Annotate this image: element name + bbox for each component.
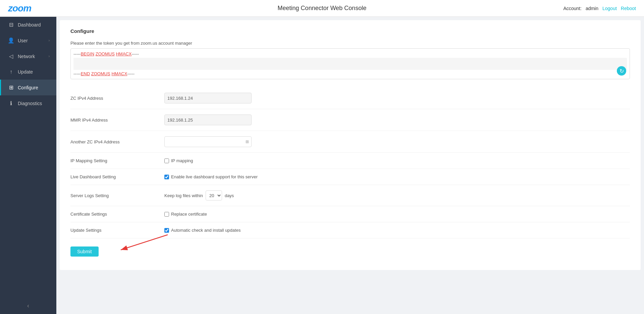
submit-button[interactable]: Submit xyxy=(70,246,99,257)
update-settings-checkbox-label[interactable]: Automatic check and install updates xyxy=(164,228,240,233)
another-zc-ipv4-row: Another ZC IPv4 Address ⊞ xyxy=(70,131,630,153)
sidebar-label-network: Network xyxy=(18,54,45,59)
mmr-ipv4-input[interactable] xyxy=(164,115,252,125)
server-logs-suffix: days xyxy=(225,193,234,198)
live-dashboard-checkbox[interactable] xyxy=(164,175,169,179)
configure-icon: ⊞ xyxy=(8,84,14,91)
ip-mapping-checkbox[interactable] xyxy=(164,159,169,163)
ip-mapping-checkbox-text: IP mapping xyxy=(171,158,193,163)
token-middle-area xyxy=(73,58,627,70)
another-zc-ipv4-value: ⊞ xyxy=(164,136,630,147)
page-title: Meeting Connector Web Console xyxy=(278,5,367,12)
update-settings-value: Automatic check and install updates xyxy=(164,228,630,233)
zc-ipv4-row: ZC IPv4 Address xyxy=(70,87,630,109)
sidebar-item-dashboard[interactable]: ⊟ Dashboard xyxy=(0,17,56,33)
mmr-ipv4-label: MMR IPv4 Address xyxy=(70,118,164,123)
certificate-checkbox-text: Replace certificate xyxy=(171,212,207,217)
reboot-link[interactable]: Reboot xyxy=(621,6,636,11)
server-logs-prefix: Keep log files within xyxy=(164,193,203,198)
another-zc-input-wrapper: ⊞ xyxy=(164,136,252,147)
sidebar-label-diagnostics: Diagnostics xyxy=(18,101,50,106)
sidebar-label-user: User xyxy=(18,38,45,43)
sidebar-item-diagnostics[interactable]: ℹ Diagnostics xyxy=(0,95,56,111)
layout: ⊟ Dashboard 👤 User › ◁ Network › ↑ Updat… xyxy=(0,17,644,314)
zc-ipv4-label: ZC IPv4 Address xyxy=(70,96,164,101)
certificate-label: Certificate Settings xyxy=(70,212,164,217)
ip-mapping-value: IP mapping xyxy=(164,158,630,163)
mmr-ipv4-row: MMR IPv4 Address xyxy=(70,109,630,131)
zc-ipv4-value xyxy=(164,93,630,103)
live-dashboard-row: Live Dashboard Setting Enable live dashb… xyxy=(70,169,630,185)
calendar-icon: ⊞ xyxy=(246,139,249,144)
ip-mapping-label: IP Mapping Setting xyxy=(70,158,164,163)
sidebar-item-user[interactable]: 👤 User › xyxy=(0,33,56,48)
server-logs-row: Server Logs Setting Keep log files withi… xyxy=(70,185,630,206)
certificate-value: Replace certificate xyxy=(164,212,630,217)
mmr-ipv4-value xyxy=(164,115,630,125)
logout-link[interactable]: Logout xyxy=(602,6,617,11)
server-logs-label: Server Logs Setting xyxy=(70,193,164,198)
another-zc-ipv4-input[interactable] xyxy=(164,136,252,147)
token-instruction: Please enter the token you get from zoom… xyxy=(70,41,630,46)
network-arrow-icon: › xyxy=(49,54,50,58)
header-right: Account: admin Logout Reboot xyxy=(563,6,636,11)
user-arrow-icon: › xyxy=(49,39,50,42)
update-settings-row: Update Settings Automatic check and inst… xyxy=(70,222,630,238)
update-settings-checkbox[interactable] xyxy=(164,228,169,233)
live-dashboard-value: Enable live dashboard support for this s… xyxy=(164,174,630,179)
account-name: admin xyxy=(586,6,598,11)
token-textarea-wrapper: -----BEGIN ZOOMUS HMACX----- -----END ZO… xyxy=(70,48,630,79)
network-icon: ◁ xyxy=(8,53,14,59)
section-title: Configure xyxy=(70,28,630,34)
sidebar-item-update[interactable]: ↑ Update xyxy=(0,64,56,80)
live-dashboard-checkbox-label[interactable]: Enable live dashboard support for this s… xyxy=(164,174,258,179)
logo: zoom xyxy=(8,3,31,14)
certificate-checkbox[interactable] xyxy=(164,212,169,217)
server-logs-value: Keep log files within 10 15 20 25 30 day… xyxy=(164,190,630,200)
diagnostics-icon: ℹ xyxy=(8,100,14,106)
certificate-row: Certificate Settings Replace certificate xyxy=(70,206,630,222)
submit-section: Submit xyxy=(70,246,630,262)
content-card: Configure Please enter the token you get… xyxy=(60,20,641,270)
certificate-checkbox-label[interactable]: Replace certificate xyxy=(164,212,207,217)
ip-mapping-row: IP Mapping Setting IP mapping xyxy=(70,153,630,169)
hmacx-end-link: HMACX xyxy=(111,71,127,76)
ip-mapping-checkbox-label[interactable]: IP mapping xyxy=(164,158,193,163)
live-dashboard-label: Live Dashboard Setting xyxy=(70,174,164,179)
zc-ipv4-input[interactable] xyxy=(164,93,252,103)
update-settings-checkbox-text: Automatic check and install updates xyxy=(171,228,240,233)
collapse-icon: ‹ xyxy=(27,302,29,309)
zoomus-end-link: ZOOMUS xyxy=(91,71,110,76)
update-settings-label: Update Settings xyxy=(70,228,164,233)
sidebar-label-configure: Configure xyxy=(18,85,50,90)
dashboard-icon: ⊟ xyxy=(8,21,14,28)
sidebar: ⊟ Dashboard 👤 User › ◁ Network › ↑ Updat… xyxy=(0,17,56,314)
account-label: Account: xyxy=(563,6,581,11)
sidebar-collapse-button[interactable]: ‹ xyxy=(0,298,56,314)
token-begin-line: -----BEGIN ZOOMUS HMACX----- xyxy=(73,51,627,56)
header: zoom Meeting Connector Web Console Accou… xyxy=(0,0,644,17)
sidebar-label-update: Update xyxy=(18,69,50,75)
token-end-line: -----END ZOOMUS HMACX----- xyxy=(73,71,627,76)
another-zc-ipv4-label: Another ZC IPv4 Address xyxy=(70,139,164,144)
token-refresh-button[interactable]: ↻ xyxy=(617,66,626,76)
hmacx-link: HMACX xyxy=(116,51,131,56)
user-icon: 👤 xyxy=(8,37,14,44)
end-link: END xyxy=(81,71,90,76)
update-icon: ↑ xyxy=(8,69,14,75)
live-dashboard-checkbox-text: Enable live dashboard support for this s… xyxy=(171,174,258,179)
sidebar-label-dashboard: Dashboard xyxy=(18,22,50,28)
sidebar-item-configure[interactable]: ⊞ Configure xyxy=(0,80,56,95)
main-content: Configure Please enter the token you get… xyxy=(56,17,644,314)
server-logs-select[interactable]: 10 15 20 25 30 xyxy=(206,190,222,200)
sidebar-item-network[interactable]: ◁ Network › xyxy=(0,48,56,64)
zoomus-link: ZOOMUS xyxy=(96,51,115,56)
begin-link: BEGIN xyxy=(81,51,94,56)
